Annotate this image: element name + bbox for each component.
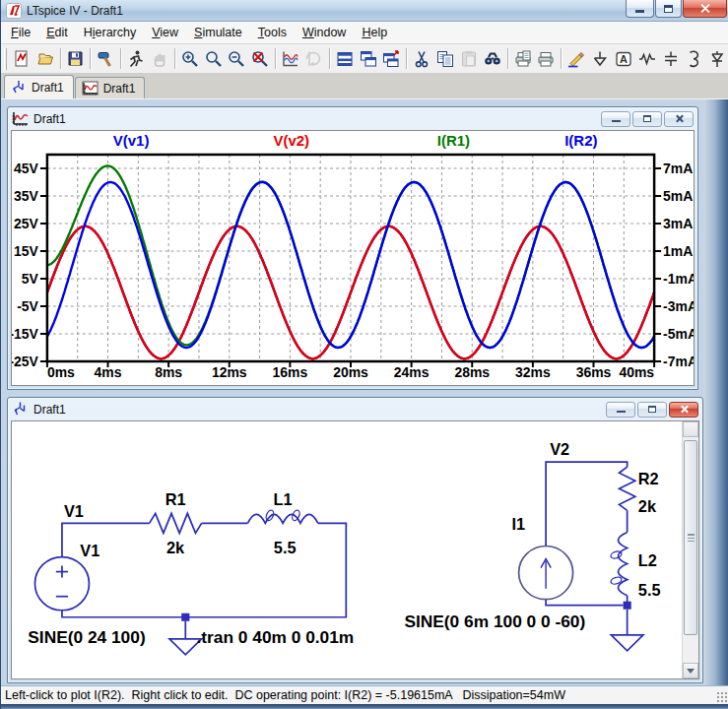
ground-button[interactable] <box>588 46 612 71</box>
label-button[interactable]: A <box>612 46 635 71</box>
wire[interactable] <box>62 523 150 556</box>
diode-button[interactable] <box>705 46 728 71</box>
status-text: Left-click to plot I(R2). Right click to… <box>5 688 565 702</box>
inductor-value-l1[interactable]: 5.5 <box>274 539 297 556</box>
resistor-value-r1[interactable]: 2k <box>166 539 185 556</box>
paste-button[interactable] <box>457 46 481 71</box>
copy-button[interactable] <box>433 46 457 71</box>
scroll-thumb[interactable] <box>684 440 697 635</box>
legend-item-I(R1)[interactable]: I(R1) <box>437 132 470 149</box>
cascade-windows-button[interactable] <box>357 46 380 71</box>
source-name-i1[interactable]: I1 <box>511 516 525 534</box>
resistor-button[interactable] <box>635 46 659 71</box>
wire[interactable] <box>62 523 346 616</box>
tile-windows-button[interactable] <box>333 46 357 71</box>
source-spec-i1[interactable]: SINE(0 6m 100 0 0 -60) <box>404 612 585 631</box>
inductor-name-l2[interactable]: L2 <box>638 551 657 569</box>
main-titlebar[interactable]: LTspice IV - Draft1 <box>1 0 728 22</box>
print-button[interactable] <box>534 46 558 71</box>
arrange-windows-button[interactable] <box>379 46 403 71</box>
schematic-vscrollbar[interactable] <box>682 421 698 678</box>
waveform-window-title: Draft1 <box>33 112 599 126</box>
waveform-restore-button[interactable] <box>632 111 662 127</box>
node-label-v2[interactable]: V2 <box>550 440 569 458</box>
wire-button[interactable] <box>564 46 588 71</box>
toolbar-drag-handle[interactable] <box>4 48 7 70</box>
schematic-window-icon <box>12 402 29 417</box>
wire[interactable] <box>546 600 623 606</box>
schematic-close-button[interactable] <box>669 402 698 418</box>
save-button[interactable] <box>64 46 88 71</box>
schematic-drawing[interactable]: V1 V1 R1 2k L1 5.5 SINE(0 24 100) .tran … <box>12 421 698 678</box>
new-schematic-button[interactable] <box>10 46 33 71</box>
node-label-v1[interactable]: V1 <box>64 502 84 520</box>
schematic-canvas[interactable]: V1 V1 R1 2k L1 5.5 SINE(0 24 100) .tran … <box>11 420 699 679</box>
print-preview-button[interactable] <box>511 46 535 71</box>
resize-grip[interactable] <box>716 691 727 702</box>
voltage-source-v1-symbol[interactable] <box>34 557 89 611</box>
wire[interactable] <box>546 462 628 546</box>
source-name-v1[interactable]: V1 <box>80 542 99 559</box>
zoom-out-button[interactable] <box>226 46 249 71</box>
plot-settings-button[interactable] <box>279 46 302 71</box>
waveform-window-icon <box>12 111 29 126</box>
source-spec-v1[interactable]: SINE(0 24 100) <box>28 627 145 647</box>
schematic-window-titlebar[interactable]: Draft1 <box>8 398 702 420</box>
resistor-name-r2[interactable]: R2 <box>638 470 659 487</box>
zoom-back-icon <box>204 49 224 69</box>
schematic-restore-button[interactable] <box>637 402 667 418</box>
zoom-back-button[interactable] <box>202 46 226 71</box>
toolbar-separator <box>120 48 121 69</box>
menu-hierarchy[interactable]: Hierarchy <box>76 22 145 43</box>
legend-item-V(v1)[interactable]: V(v1) <box>113 132 150 149</box>
control-panel-button[interactable] <box>94 46 117 71</box>
waveform-minimize-button[interactable] <box>601 111 630 127</box>
spice-directive[interactable]: .tran 0 40m 0 0.01m <box>196 627 354 647</box>
inductor-value-l2[interactable]: 5.5 <box>638 581 661 599</box>
autorange-button[interactable] <box>302 46 326 71</box>
scroll-down-button[interactable] <box>683 663 698 678</box>
inductor-l2-symbol[interactable] <box>618 532 627 595</box>
y-right-tick-label: 1mA <box>663 243 693 259</box>
zoom-in-button[interactable] <box>178 46 202 71</box>
menu-help[interactable]: Help <box>354 22 395 43</box>
legend-item-I(R2)[interactable]: I(R2) <box>564 132 597 149</box>
close-button[interactable] <box>683 0 727 18</box>
menu-edit[interactable]: Edit <box>38 22 76 43</box>
inductor-button[interactable] <box>682 46 705 71</box>
menu-window[interactable]: Window <box>295 22 354 43</box>
maximize-button[interactable] <box>655 0 682 18</box>
menu-file[interactable]: File <box>3 22 38 43</box>
minimize-button[interactable] <box>626 0 654 18</box>
waveform-close-button[interactable] <box>664 111 694 127</box>
capacitor-button[interactable] <box>659 46 683 71</box>
menu-view[interactable]: View <box>144 22 186 43</box>
waveform-window-titlebar[interactable]: Draft1 <box>8 107 697 130</box>
run-button[interactable] <box>124 46 148 71</box>
resistor-r2-symbol[interactable] <box>619 467 634 510</box>
zoom-full-extents-button[interactable] <box>248 46 272 71</box>
tab-waveform-draft1[interactable]: Draft1 <box>75 77 146 98</box>
resistor-name-r1[interactable]: R1 <box>165 490 186 508</box>
find-button[interactable] <box>481 46 504 71</box>
svg-text:A: A <box>620 52 628 64</box>
scroll-track[interactable] <box>683 437 698 663</box>
inductor-l1-symbol[interactable] <box>247 514 317 523</box>
cut-button[interactable] <box>410 46 433 71</box>
scroll-up-button[interactable] <box>683 421 698 437</box>
legend-item-V(v2)[interactable]: V(v2) <box>273 132 309 149</box>
menu-simulate[interactable]: Simulate <box>186 22 250 43</box>
inductor-name-l1[interactable]: L1 <box>274 490 293 508</box>
waveform-plot-area[interactable]: 0ms4ms8ms12ms16ms20ms24ms28ms32ms36ms40m… <box>11 130 695 386</box>
resistor-r1-symbol[interactable] <box>150 513 202 533</box>
ground-symbol[interactable] <box>611 635 643 651</box>
tab-schematic-draft1[interactable]: Draft1 <box>4 75 74 98</box>
close-icon <box>675 114 684 123</box>
waveform-plot[interactable]: 0ms4ms8ms12ms16ms20ms24ms28ms32ms36ms40m… <box>12 131 694 385</box>
open-button[interactable] <box>33 46 57 71</box>
schematic-minimize-button[interactable] <box>606 402 635 418</box>
resistor-value-r2[interactable]: 2k <box>638 497 657 515</box>
menu-tools[interactable]: Tools <box>250 22 295 43</box>
x-axis-tick-label: 16ms <box>273 364 308 380</box>
halt-button[interactable] <box>148 46 171 71</box>
